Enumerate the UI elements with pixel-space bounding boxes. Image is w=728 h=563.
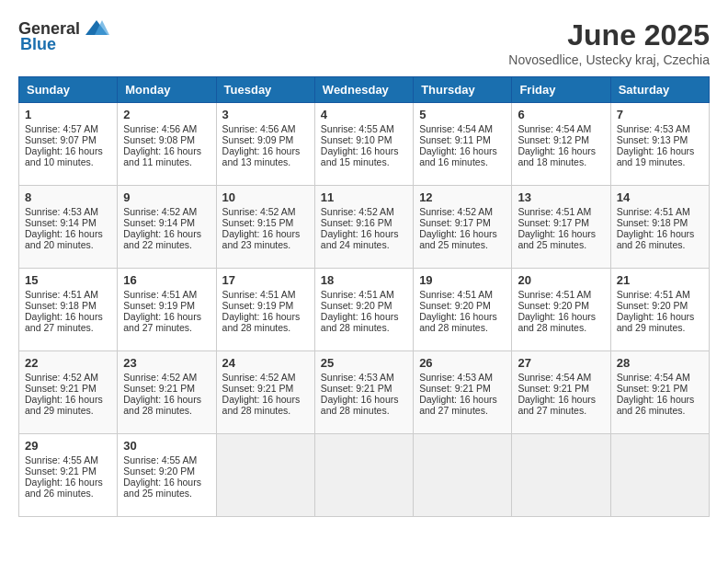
logo-blue: Blue xyxy=(20,35,56,54)
day-cell-30: 30 Sunrise: 4:55 AM Sunset: 9:20 PM Dayl… xyxy=(118,434,216,517)
day-number: 16 xyxy=(123,273,210,287)
logo: General Blue xyxy=(18,18,109,54)
daylight-label: Daylight: 16 hours and 22 minutes. xyxy=(123,228,201,250)
logo-icon xyxy=(84,18,109,39)
sunrise-label: Sunrise: 4:56 AM xyxy=(222,123,296,134)
sunset-label: Sunset: 9:12 PM xyxy=(518,134,589,145)
day-number: 18 xyxy=(321,273,407,287)
header-sunday: Sunday xyxy=(19,77,118,103)
daylight-label: Daylight: 16 hours and 25 minutes. xyxy=(518,228,596,250)
daylight-label: Daylight: 16 hours and 27 minutes. xyxy=(25,311,103,333)
sunrise-label: Sunrise: 4:52 AM xyxy=(123,206,197,217)
day-number: 30 xyxy=(123,439,210,453)
day-number: 29 xyxy=(25,439,111,453)
sunrise-label: Sunrise: 4:51 AM xyxy=(518,289,591,300)
sunrise-label: Sunrise: 4:53 AM xyxy=(419,372,493,383)
sunrise-label: Sunrise: 4:51 AM xyxy=(25,289,98,300)
location: Novosedlice, Ustecky kraj, Czechia xyxy=(508,52,710,67)
daylight-label: Daylight: 16 hours and 13 minutes. xyxy=(222,145,301,167)
sunrise-label: Sunrise: 4:51 AM xyxy=(419,289,493,300)
day-cell-17: 17 Sunrise: 4:51 AM Sunset: 9:19 PM Dayl… xyxy=(216,269,314,351)
daylight-label: Daylight: 16 hours and 19 minutes. xyxy=(617,145,695,167)
day-number: 25 xyxy=(321,356,407,370)
sunset-label: Sunset: 9:21 PM xyxy=(222,383,294,394)
day-cell-28: 28 Sunrise: 4:54 AM Sunset: 9:21 PM Dayl… xyxy=(610,351,709,434)
daylight-label: Daylight: 16 hours and 26 minutes. xyxy=(25,477,103,499)
calendar-body: 1 Sunrise: 4:57 AM Sunset: 9:07 PM Dayli… xyxy=(19,103,710,517)
sunset-label: Sunset: 9:20 PM xyxy=(518,300,589,311)
header-monday: Monday xyxy=(118,77,216,103)
header-saturday: Saturday xyxy=(610,77,709,103)
sunrise-label: Sunrise: 4:51 AM xyxy=(518,206,591,217)
daylight-label: Daylight: 16 hours and 27 minutes. xyxy=(518,394,596,416)
day-cell-15: 15 Sunrise: 4:51 AM Sunset: 9:18 PM Dayl… xyxy=(19,269,118,351)
day-number: 27 xyxy=(518,356,604,370)
day-number: 14 xyxy=(617,190,703,204)
daylight-label: Daylight: 16 hours and 20 minutes. xyxy=(25,228,103,250)
day-number: 1 xyxy=(25,108,111,121)
day-number: 11 xyxy=(321,190,407,204)
sunrise-label: Sunrise: 4:52 AM xyxy=(123,372,197,383)
calendar-header-row: SundayMondayTuesdayWednesdayThursdayFrid… xyxy=(19,77,710,103)
day-cell-21: 21 Sunrise: 4:51 AM Sunset: 9:20 PM Dayl… xyxy=(610,269,709,351)
day-cell-23: 23 Sunrise: 4:52 AM Sunset: 9:21 PM Dayl… xyxy=(118,351,216,434)
month-title: June 2025 xyxy=(508,18,710,52)
day-cell-4: 4 Sunrise: 4:55 AM Sunset: 9:10 PM Dayli… xyxy=(314,103,413,186)
day-number: 5 xyxy=(419,108,506,121)
sunset-label: Sunset: 9:14 PM xyxy=(25,217,97,228)
day-number: 24 xyxy=(222,356,309,370)
daylight-label: Daylight: 16 hours and 28 minutes. xyxy=(123,394,201,416)
day-cell-9: 9 Sunrise: 4:52 AM Sunset: 9:14 PM Dayli… xyxy=(118,186,216,269)
week-row-0: 1 Sunrise: 4:57 AM Sunset: 9:07 PM Dayli… xyxy=(19,103,710,186)
sunset-label: Sunset: 9:18 PM xyxy=(617,217,688,228)
sunset-label: Sunset: 9:20 PM xyxy=(419,300,491,311)
empty-cell xyxy=(610,434,709,517)
daylight-label: Daylight: 16 hours and 18 minutes. xyxy=(518,145,596,167)
week-row-2: 15 Sunrise: 4:51 AM Sunset: 9:18 PM Dayl… xyxy=(19,269,710,351)
sunrise-label: Sunrise: 4:52 AM xyxy=(419,206,493,217)
day-cell-6: 6 Sunrise: 4:54 AM Sunset: 9:12 PM Dayli… xyxy=(512,103,610,186)
week-row-3: 22 Sunrise: 4:52 AM Sunset: 9:21 PM Dayl… xyxy=(19,351,710,434)
sunset-label: Sunset: 9:21 PM xyxy=(419,383,491,394)
day-number: 4 xyxy=(321,108,407,121)
sunrise-label: Sunrise: 4:55 AM xyxy=(25,454,98,465)
sunrise-label: Sunrise: 4:57 AM xyxy=(25,123,98,134)
day-cell-5: 5 Sunrise: 4:54 AM Sunset: 9:11 PM Dayli… xyxy=(414,103,512,186)
sunrise-label: Sunrise: 4:54 AM xyxy=(617,372,690,383)
day-cell-2: 2 Sunrise: 4:56 AM Sunset: 9:08 PM Dayli… xyxy=(118,103,216,186)
daylight-label: Daylight: 16 hours and 27 minutes. xyxy=(123,311,201,333)
day-cell-26: 26 Sunrise: 4:53 AM Sunset: 9:21 PM Dayl… xyxy=(414,351,512,434)
day-cell-22: 22 Sunrise: 4:52 AM Sunset: 9:21 PM Dayl… xyxy=(19,351,118,434)
sunset-label: Sunset: 9:13 PM xyxy=(617,134,688,145)
daylight-label: Daylight: 16 hours and 23 minutes. xyxy=(222,228,301,250)
daylight-label: Daylight: 16 hours and 28 minutes. xyxy=(222,394,301,416)
day-cell-13: 13 Sunrise: 4:51 AM Sunset: 9:17 PM Dayl… xyxy=(512,186,610,269)
sunset-label: Sunset: 9:19 PM xyxy=(222,300,294,311)
sunrise-label: Sunrise: 4:53 AM xyxy=(617,123,690,134)
week-row-1: 8 Sunrise: 4:53 AM Sunset: 9:14 PM Dayli… xyxy=(19,186,710,269)
week-row-4: 29 Sunrise: 4:55 AM Sunset: 9:21 PM Dayl… xyxy=(19,434,710,517)
day-cell-7: 7 Sunrise: 4:53 AM Sunset: 9:13 PM Dayli… xyxy=(610,103,709,186)
sunrise-label: Sunrise: 4:53 AM xyxy=(25,206,98,217)
day-cell-14: 14 Sunrise: 4:51 AM Sunset: 9:18 PM Dayl… xyxy=(610,186,709,269)
empty-cell xyxy=(216,434,314,517)
daylight-label: Daylight: 16 hours and 10 minutes. xyxy=(25,145,103,167)
day-cell-16: 16 Sunrise: 4:51 AM Sunset: 9:19 PM Dayl… xyxy=(118,269,216,351)
header-tuesday: Tuesday xyxy=(216,77,314,103)
day-number: 10 xyxy=(222,190,309,204)
sunset-label: Sunset: 9:21 PM xyxy=(321,383,392,394)
sunrise-label: Sunrise: 4:51 AM xyxy=(123,289,197,300)
day-cell-12: 12 Sunrise: 4:52 AM Sunset: 9:17 PM Dayl… xyxy=(414,186,512,269)
day-number: 2 xyxy=(123,108,210,121)
daylight-label: Daylight: 16 hours and 27 minutes. xyxy=(419,394,497,416)
sunrise-label: Sunrise: 4:55 AM xyxy=(123,454,197,465)
sunset-label: Sunset: 9:11 PM xyxy=(419,134,491,145)
title-area: June 2025 Novosedlice, Ustecky kraj, Cze… xyxy=(508,18,710,67)
sunset-label: Sunset: 9:10 PM xyxy=(321,134,392,145)
sunrise-label: Sunrise: 4:52 AM xyxy=(25,372,98,383)
day-cell-20: 20 Sunrise: 4:51 AM Sunset: 9:20 PM Dayl… xyxy=(512,269,610,351)
day-number: 6 xyxy=(518,108,604,121)
daylight-label: Daylight: 16 hours and 16 minutes. xyxy=(419,145,497,167)
day-cell-10: 10 Sunrise: 4:52 AM Sunset: 9:15 PM Dayl… xyxy=(216,186,314,269)
sunset-label: Sunset: 9:20 PM xyxy=(321,300,392,311)
